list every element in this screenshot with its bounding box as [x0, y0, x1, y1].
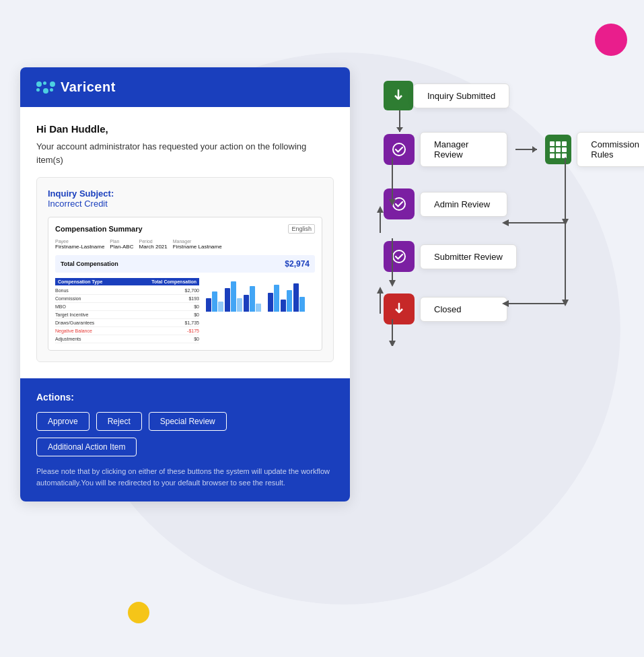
submitter-review-row: Submitter Review: [377, 241, 644, 272]
bar-chart-2: [268, 278, 315, 312]
approve-button[interactable]: Approve: [36, 412, 90, 431]
bar-group-6: [293, 283, 305, 312]
inquiry-submitted-icon: [384, 81, 413, 110]
table-row-target: Target Incentive$0: [55, 311, 199, 319]
bar: [225, 288, 230, 312]
period-label: Period: [139, 239, 167, 244]
comp-lang: English: [288, 224, 315, 234]
plan-value: Plan-ABC: [110, 244, 133, 250]
admin-review-label: Admin Review: [420, 192, 507, 217]
bar: [274, 285, 279, 312]
closed-label: Closed: [420, 297, 507, 322]
actions-title: Actions:: [36, 392, 334, 403]
table-row-mbo: MBO$0: [55, 303, 199, 311]
actions-buttons: Approve Reject Special Review Additional…: [36, 412, 334, 456]
svg-marker-7: [389, 341, 396, 346]
arrow-down-icon: [392, 89, 405, 102]
payee-value: Firstname-Lastname: [55, 244, 104, 250]
svg-point-21: [393, 250, 405, 263]
commission-rules-icon: [545, 135, 571, 164]
submitter-review-label: Submitter Review: [420, 244, 517, 269]
total-value: $2,974: [285, 259, 310, 269]
comp-title: Compensation Summary: [55, 225, 143, 233]
logo-dot-3: [50, 81, 55, 87]
manager-value: Firstname Lastname: [173, 244, 222, 250]
closed-icon: [384, 293, 415, 324]
bar-group-1: [206, 291, 223, 312]
main-content: Varicent Hi Dan Huddle, Your account adm…: [20, 67, 631, 502]
checkmark-admin-icon: [392, 197, 406, 211]
bar: [299, 297, 305, 312]
period-value: March 2021: [139, 244, 167, 250]
compensation-screenshot: Compensation Summary English Payee First…: [48, 217, 322, 351]
yellow-dot-decoration: [128, 602, 149, 623]
closed-row: Closed: [377, 293, 644, 324]
bar: [287, 290, 292, 312]
comp-manager: Manager Firstname Lastname: [173, 239, 222, 250]
reject-button[interactable]: Reject: [96, 412, 142, 431]
logo-dot-6: [50, 88, 53, 92]
bar-chart-1: [206, 278, 261, 312]
spacer-2: [377, 272, 644, 293]
table-row-bonus: Bonus$2,700: [55, 287, 199, 295]
email-header: Varicent: [20, 67, 350, 107]
bar: [244, 295, 249, 312]
actions-note: Please note that by clicking on either o…: [36, 466, 334, 488]
svg-point-20: [393, 198, 405, 210]
bar-group-5: [281, 290, 292, 312]
table-header: Compensation Type Total Compensation: [55, 278, 199, 285]
bar: [231, 281, 236, 312]
table-row-negative: Negative Balance-$175: [55, 327, 199, 335]
logo-text: Varicent: [61, 79, 116, 95]
comp-payee: Payee Firstname-Lastname: [55, 239, 104, 250]
manager-review-row: Manager Review Commission Rules: [377, 132, 644, 167]
inquiry-subject-value: Incorrect Credit: [48, 199, 322, 209]
bar: [237, 298, 242, 312]
bar: [250, 286, 255, 312]
comp-table: Compensation Type Total Compensation Bon…: [55, 278, 199, 343]
table-row-commission: Commission$193: [55, 295, 199, 303]
bar-group-3: [244, 286, 261, 312]
email-body: Hi Dan Huddle, Your account administrato…: [20, 107, 350, 378]
submitter-review-icon: [384, 241, 415, 272]
svg-point-1: [393, 143, 405, 155]
bar: [212, 291, 217, 312]
payee-label: Payee: [55, 239, 104, 244]
logo-dots: [36, 81, 55, 94]
inquiry-submitted-label: Inquiry Submitted: [413, 83, 509, 108]
special-review-button[interactable]: Special Review: [149, 412, 227, 431]
comp-plan: Plan Plan-ABC: [110, 239, 133, 250]
comp-total-row: Total Compensation $2,974: [55, 255, 315, 273]
logo-dot-4: [36, 88, 40, 92]
bar-group-4: [268, 285, 279, 312]
bar: [281, 300, 286, 312]
th-total: Total Compensation: [151, 279, 196, 284]
connector-inquiry-manager: [399, 110, 400, 132]
bar: [293, 283, 299, 312]
comp-charts-area: Compensation Type Total Compensation Bon…: [55, 278, 315, 343]
comp-period: Period March 2021: [139, 239, 167, 250]
checkmark-submitter-icon: [392, 249, 406, 264]
table-row-draws: Draws/Guarantees$1,735: [55, 319, 199, 327]
logo-dot-2: [43, 81, 46, 85]
commission-rules-label: Commission Rules: [577, 132, 644, 167]
logo-dot-1: [36, 81, 42, 87]
pink-dot-decoration: [595, 24, 627, 56]
bar: [256, 304, 261, 312]
workflow-diagram: Inquiry Submitted Manager Review: [377, 67, 644, 502]
varicent-logo: Varicent: [36, 79, 116, 95]
admin-review-row: Admin Review: [377, 188, 644, 219]
plan-label: Plan: [110, 239, 133, 244]
inquiry-submitted-row: Inquiry Submitted: [377, 81, 644, 110]
comp-title-bar: Compensation Summary English: [55, 224, 315, 234]
inquiry-subject-label: Inquiry Subject:: [48, 188, 322, 199]
email-card: Varicent Hi Dan Huddle, Your account adm…: [20, 67, 350, 502]
checkmark-manager-icon: [392, 142, 406, 157]
spacer-1: [377, 219, 644, 241]
inquiry-box: Inquiry Subject: Incorrect Credit Compen…: [36, 177, 334, 362]
comp-info-row: Payee Firstname-Lastname Plan Plan-ABC P…: [55, 239, 315, 250]
additional-action-button[interactable]: Additional Action Item: [36, 438, 137, 456]
manager-review-label: Manager Review: [420, 132, 507, 167]
logo-dot-5: [43, 88, 48, 94]
workflow-connectors: Admin Review Submitter Review: [377, 188, 644, 324]
